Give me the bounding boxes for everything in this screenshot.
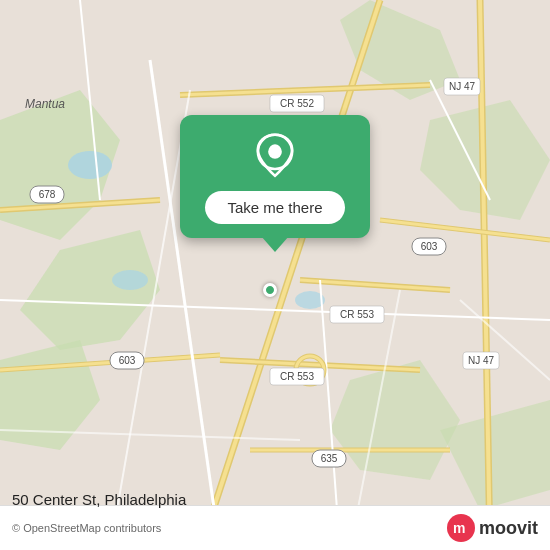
attribution-text: © OpenStreetMap contributors <box>12 522 161 534</box>
bottom-bar: © OpenStreetMap contributors 50 Center S… <box>0 505 550 550</box>
svg-text:NJ 47: NJ 47 <box>449 81 476 92</box>
svg-point-60 <box>269 144 281 156</box>
svg-text:603: 603 <box>421 241 438 252</box>
map-svg: CR 552 NJ 47 678 603 CR 553 603 NJ 47 CR… <box>0 0 550 550</box>
popup-card: Take me there <box>180 115 370 238</box>
svg-line-15 <box>180 85 430 95</box>
svg-text:Mantua: Mantua <box>25 97 65 111</box>
svg-point-7 <box>68 151 112 179</box>
svg-text:CR 553: CR 553 <box>280 371 314 382</box>
svg-text:678: 678 <box>39 189 56 200</box>
location-dot <box>263 283 277 297</box>
svg-text:603: 603 <box>119 355 136 366</box>
svg-line-23 <box>380 220 550 240</box>
svg-text:635: 635 <box>321 453 338 464</box>
svg-marker-1 <box>20 230 160 350</box>
svg-line-11 <box>200 0 380 550</box>
svg-text:CR 552: CR 552 <box>280 98 314 109</box>
take-me-there-button[interactable]: Take me there <box>205 191 344 224</box>
svg-point-8 <box>112 270 148 290</box>
location-pin-icon <box>251 133 299 181</box>
map-container: CR 552 NJ 47 678 603 CR 553 603 NJ 47 CR… <box>0 0 550 550</box>
moovit-text: moovit <box>479 518 538 539</box>
svg-marker-5 <box>330 360 460 480</box>
svg-text:m: m <box>453 520 465 536</box>
address-label: 50 Center St, Philadelphia <box>12 491 186 508</box>
moovit-logo: m moovit <box>447 514 538 542</box>
moovit-icon: m <box>447 514 475 542</box>
svg-text:CR 553: CR 553 <box>340 309 374 320</box>
svg-text:NJ 47: NJ 47 <box>468 355 495 366</box>
svg-line-17 <box>300 280 450 290</box>
